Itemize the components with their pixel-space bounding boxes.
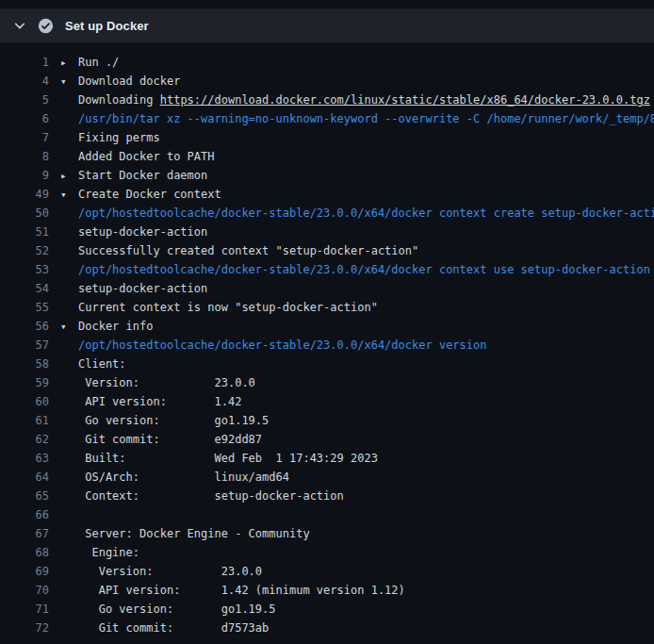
line-content: Context: setup-docker-action	[60, 487, 344, 505]
line-content: ▾Create Docker context	[60, 185, 221, 204]
log-command-text: /opt/hostedtoolcache/docker-stable/23.0.…	[78, 263, 650, 276]
line-content: Git commit: e92dd87	[60, 430, 262, 449]
chevron-down-icon[interactable]	[13, 19, 26, 32]
line-number[interactable]: 70	[0, 581, 49, 600]
line-number[interactable]: 61	[0, 411, 49, 430]
line-number[interactable]: 57	[0, 336, 49, 355]
line-number[interactable]: 58	[0, 355, 49, 373]
line-number[interactable]: 4	[0, 72, 49, 91]
log-text: Context: setup-docker-action	[78, 489, 344, 503]
line-content: ▾Download docker	[60, 72, 180, 91]
log-group-row[interactable]: 56▾Docker info	[0, 317, 654, 336]
log-line: 5Downloading https://download.docker.com…	[0, 91, 654, 109]
line-number[interactable]: 62	[0, 430, 49, 449]
triangle-down-icon[interactable]: ▾	[60, 318, 78, 336]
line-content: /opt/hostedtoolcache/docker-stable/23.0.…	[60, 260, 650, 279]
line-content: Go version: go1.19.5	[60, 411, 269, 430]
line-number[interactable]: 9	[0, 166, 49, 185]
log-line: 58Client:	[0, 355, 654, 373]
log-text: Version: 23.0.0	[78, 376, 255, 389]
step-title: Set up Docker	[65, 19, 149, 33]
line-content: Version: 23.0.0	[60, 373, 255, 392]
line-number[interactable]: 68	[0, 543, 49, 562]
line-number[interactable]: 49	[0, 185, 49, 204]
log-text: Go version: go1.19.5	[78, 414, 269, 427]
line-number[interactable]: 64	[0, 468, 49, 487]
line-content: /opt/hostedtoolcache/docker-stable/23.0.…	[60, 204, 654, 223]
line-content: ▸Run ./	[60, 53, 119, 72]
log-line: 52Successfully created context "setup-do…	[0, 241, 654, 260]
log-text: setup-docker-action	[78, 282, 207, 295]
line-content: Go version: go1.19.5	[60, 600, 276, 619]
line-content: Added Docker to PATH	[60, 147, 215, 166]
line-number[interactable]: 59	[0, 373, 49, 392]
line-number[interactable]: 52	[0, 241, 49, 260]
log-group-row[interactable]: 49▾Create Docker context	[0, 185, 654, 204]
log-line: 65 Context: setup-docker-action	[0, 487, 654, 505]
line-number[interactable]: 67	[0, 524, 49, 543]
line-content: setup-docker-action	[60, 223, 207, 241]
log-line: 61 Go version: go1.19.5	[0, 411, 654, 430]
line-content: ▾Docker info	[60, 317, 153, 336]
line-number[interactable]: 53	[0, 260, 49, 279]
line-number[interactable]: 5	[0, 91, 49, 109]
log-group-row[interactable]: 4▾Download docker	[0, 72, 654, 91]
line-content: Version: 23.0.0	[60, 562, 262, 581]
line-number[interactable]: 63	[0, 449, 49, 468]
line-content: Server: Docker Engine - Community	[60, 524, 310, 543]
log-command-text: /usr/bin/tar xz --warning=no-unknown-key…	[78, 112, 654, 125]
line-content: Git commit: d7573ab	[60, 619, 269, 637]
log-text: API version: 1.42 (minimum version 1.12)	[78, 584, 405, 597]
line-number[interactable]: 51	[0, 223, 49, 241]
line-number[interactable]: 55	[0, 298, 49, 317]
line-content: /opt/hostedtoolcache/docker-stable/23.0.…	[60, 336, 486, 355]
line-content: Downloading https://download.docker.com/…	[60, 91, 650, 109]
triangle-down-icon[interactable]: ▾	[60, 186, 78, 204]
line-number[interactable]: 1	[0, 53, 49, 72]
log-text: Built: Wed Feb 1 17:43:29 2023	[78, 452, 378, 465]
line-number[interactable]: 72	[0, 619, 49, 637]
line-content: ▸Start Docker daemon	[60, 166, 207, 185]
line-content: API version: 1.42	[60, 392, 241, 411]
log-text: Fixing perms	[78, 131, 160, 144]
line-number[interactable]: 65	[0, 487, 49, 505]
line-content: /usr/bin/tar xz --warning=no-unknown-key…	[60, 109, 654, 128]
line-content: Engine:	[60, 543, 139, 562]
log-text: Run ./	[78, 56, 119, 69]
log-link[interactable]: https://download.docker.com/linux/static…	[160, 93, 650, 107]
step-header[interactable]: Set up Docker	[0, 8, 654, 42]
log-text: Download docker	[78, 74, 180, 88]
log-line: 67 Server: Docker Engine - Community	[0, 524, 654, 543]
line-number[interactable]: 50	[0, 204, 49, 223]
line-number[interactable]: 7	[0, 128, 49, 147]
log-group-row[interactable]: 1▸Run ./	[0, 53, 654, 72]
log-text: Git commit: e92dd87	[78, 433, 262, 446]
log-line: 71 Go version: go1.19.5	[0, 600, 654, 619]
line-number[interactable]: 8	[0, 147, 49, 166]
line-number[interactable]: 54	[0, 279, 49, 298]
line-number[interactable]: 56	[0, 317, 49, 336]
line-number[interactable]: 60	[0, 392, 49, 411]
log-text: setup-docker-action	[78, 225, 207, 239]
line-content	[60, 505, 78, 524]
log-line: 70 API version: 1.42 (minimum version 1.…	[0, 581, 654, 600]
log-text: Git commit: d7573ab	[78, 621, 269, 635]
log-line: 55Current context is now "setup-docker-a…	[0, 298, 654, 317]
line-content: Current context is now "setup-docker-act…	[60, 298, 378, 317]
line-content: OS/Arch: linux/amd64	[60, 468, 289, 487]
log-text: Successfully created context "setup-dock…	[78, 244, 418, 257]
log-text: Go version: go1.19.5	[78, 603, 276, 616]
line-content: Successfully created context "setup-dock…	[60, 241, 418, 260]
log-text: Docker info	[78, 320, 153, 333]
line-number[interactable]: 69	[0, 562, 49, 581]
log-group-row[interactable]: 9▸Start Docker daemon	[0, 166, 654, 185]
log-line: 68 Engine:	[0, 543, 654, 562]
triangle-down-icon[interactable]: ▾	[60, 73, 78, 91]
triangle-right-icon[interactable]: ▸	[60, 167, 78, 185]
line-number[interactable]: 66	[0, 505, 49, 524]
triangle-right-icon[interactable]: ▸	[60, 54, 78, 72]
log-line: 7Fixing perms	[0, 128, 654, 147]
log-line: 50/opt/hostedtoolcache/docker-stable/23.…	[0, 204, 654, 223]
line-number[interactable]: 71	[0, 600, 49, 619]
line-number[interactable]: 6	[0, 109, 49, 128]
